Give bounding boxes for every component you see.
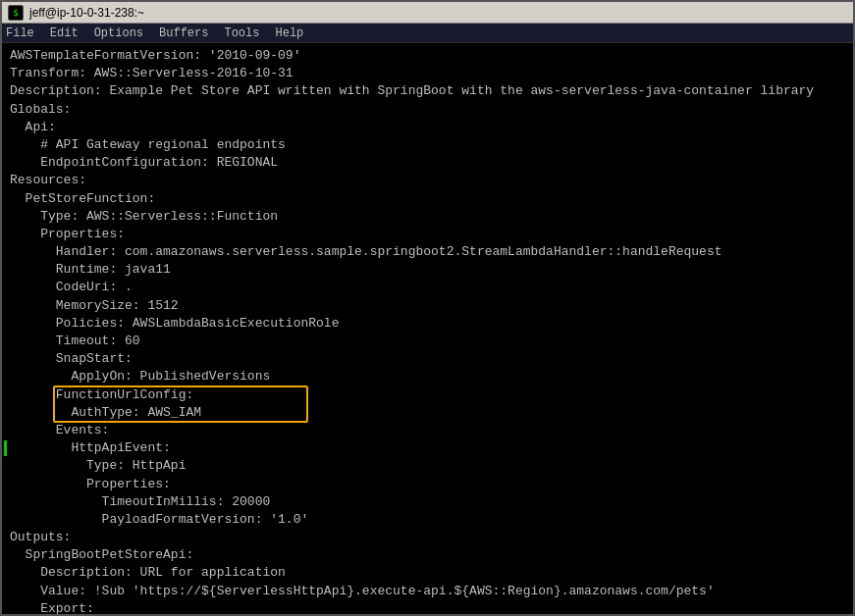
code-line: Globals:: [10, 101, 845, 119]
code-line: Value: !Sub 'https://${ServerlessHttpApi…: [10, 583, 845, 600]
menu-file[interactable]: File: [6, 26, 34, 40]
code-line: Outputs:: [10, 529, 845, 546]
editor-area[interactable]: AWSTemplateFormatVersion: '2010-09-09'Tr…: [2, 43, 853, 614]
code-line: SpringBootPetStoreApi:: [10, 546, 845, 564]
title-bar: $ jeff@ip-10-0-31-238:~: [2, 2, 853, 24]
code-container: AWSTemplateFormatVersion: '2010-09-09'Tr…: [10, 47, 845, 614]
code-line: CodeUri: .: [10, 279, 845, 296]
terminal-window: $ jeff@ip-10-0-31-238:~ File Edit Option…: [0, 0, 855, 616]
menu-edit[interactable]: Edit: [50, 26, 79, 40]
code-line: PayloadFormatVersion: '1.0': [10, 511, 845, 529]
code-line: Properties:: [10, 226, 845, 243]
code-line: TimeoutInMillis: 20000: [10, 493, 845, 511]
code-line: Type: HttpApi: [10, 457, 845, 475]
code-line: Transform: AWS::Serverless-2016-10-31: [10, 65, 845, 82]
code-line: Events:: [10, 422, 845, 439]
code-line: Export:: [10, 600, 845, 614]
code-line: FunctionUrlConfig:: [10, 386, 845, 404]
menu-buffers[interactable]: Buffers: [159, 26, 208, 40]
code-line: Type: AWS::Serverless::Function: [10, 208, 845, 226]
code-line: ApplyOn: PublishedVersions: [10, 368, 845, 385]
menu-options[interactable]: Options: [94, 26, 143, 40]
code-line: Properties:: [10, 476, 845, 493]
code-line: Policies: AWSLambdaBasicExecutionRole: [10, 315, 845, 333]
code-line: Handler: com.amazonaws.serverless.sample…: [10, 243, 845, 261]
code-line: Timeout: 60: [10, 333, 845, 350]
code-line: AWSTemplateFormatVersion: '2010-09-09': [10, 47, 845, 65]
code-line: # API Gateway regional endpoints: [10, 136, 845, 154]
code-line: HttpApiEvent:: [10, 439, 845, 457]
code-line: AuthType: AWS_IAM: [10, 404, 845, 422]
window-title: jeff@ip-10-0-31-238:~: [29, 6, 144, 20]
menu-bar: File Edit Options Buffers Tools Help: [2, 24, 853, 43]
code-line: Runtime: java11: [10, 261, 845, 279]
menu-tools[interactable]: Tools: [224, 26, 259, 40]
code-line: Api:: [10, 119, 845, 136]
terminal-icon: $: [8, 5, 24, 21]
code-line: EndpointConfiguration: REGIONAL: [10, 154, 845, 172]
code-line: MemorySize: 1512: [10, 297, 845, 315]
code-line: Description: Example Pet Store API writt…: [10, 82, 845, 100]
code-line: Resources:: [10, 172, 845, 189]
menu-help[interactable]: Help: [275, 26, 303, 40]
code-line: Description: URL for application: [10, 564, 845, 582]
code-line: SnapStart:: [10, 350, 845, 368]
cursor-bar: [4, 440, 7, 456]
code-line: PetStoreFunction:: [10, 190, 845, 208]
